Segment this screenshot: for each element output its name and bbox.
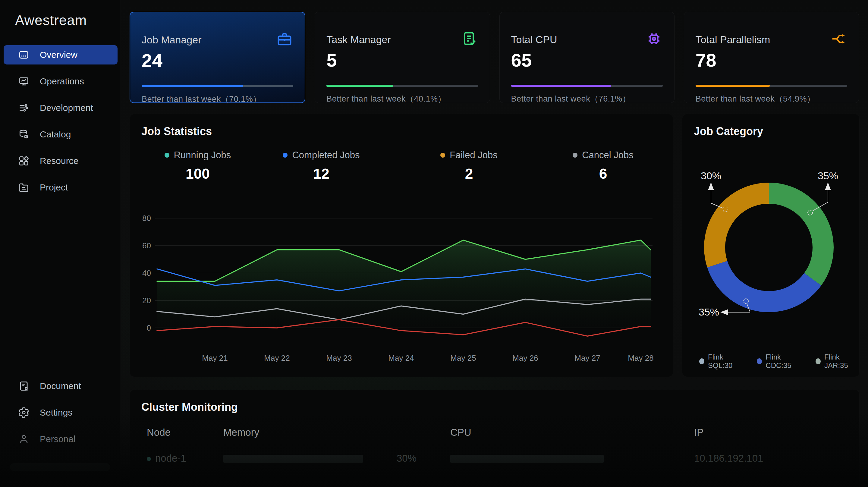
app-logo: Awestream	[15, 12, 87, 28]
card-progress-track	[511, 85, 663, 87]
card-progress-fill	[142, 85, 243, 87]
card-progress-fill	[327, 85, 393, 87]
flow-lines-icon	[18, 102, 30, 114]
sidebar-item-overview[interactable]: Overview	[4, 45, 118, 64]
sidebar-item-catalog[interactable]: Catalog	[4, 125, 118, 144]
sidebar-item-document[interactable]: Document	[4, 376, 118, 396]
task-check-icon	[461, 31, 478, 47]
card-subtitle: Better than last week（76.1%）	[511, 93, 631, 104]
column-header-cpu: CPU	[450, 427, 471, 438]
sidebar-item-project[interactable]: Project	[4, 178, 118, 197]
folder-list-icon	[18, 182, 30, 193]
column-header-ip: IP	[694, 427, 704, 438]
sidebar-item-label: Settings	[40, 407, 72, 418]
svg-text:May 24: May 24	[388, 354, 414, 363]
svg-text:40: 40	[142, 269, 151, 278]
svg-text:20: 20	[142, 296, 151, 305]
donut-legend-flink-sql[interactable]: Flink SQL:30	[699, 353, 744, 370]
gear-icon	[18, 407, 30, 418]
cpu-chip-icon	[646, 31, 662, 47]
donut-callout-35-bottom: 35%	[699, 306, 719, 317]
card-total-cpu[interactable]: Total CPU 65 Better than last week（76.1%…	[499, 12, 675, 103]
svg-text:May 23: May 23	[326, 354, 352, 363]
legend-dot	[757, 358, 762, 364]
svg-text:May 28: May 28	[628, 354, 653, 363]
sidebar-item-label: Resource	[40, 156, 79, 166]
job-category-panel: Job Category 30% 35% 35% Flink SQL:30	[682, 114, 860, 377]
svg-text:May 26: May 26	[513, 354, 538, 363]
card-title: Total Parallelism	[695, 34, 770, 45]
sidebar-item-label: Operations	[40, 76, 84, 87]
monitor-chart-icon	[18, 75, 30, 87]
donut-legend: Flink SQL:30 Flink CDC:35 Flink JAR:35	[699, 353, 859, 370]
svg-text:80: 80	[142, 214, 151, 223]
cluster-monitoring-panel: Cluster Monitoring Node Memory CPU IP no…	[130, 390, 860, 487]
donut-legend-flink-cdc[interactable]: Flink CDC:35	[757, 353, 802, 370]
sidebar-nav: Overview Operations Development Catalog …	[4, 45, 118, 204]
card-progress-track	[695, 85, 847, 87]
card-subtitle: Better than last week（70.1%）	[142, 94, 261, 104]
overview-icon	[18, 49, 30, 61]
svg-text:0: 0	[147, 323, 151, 332]
node-name: node-1	[155, 453, 186, 464]
sidebar-item-label: Personal	[40, 434, 75, 444]
svg-text:May 25: May 25	[450, 354, 476, 363]
svg-text:May 22: May 22	[264, 354, 290, 363]
job-category-donut-chart: 30% 35% 35%	[682, 114, 859, 377]
sidebar-item-label: Overview	[40, 50, 78, 60]
sidebar-item-operations[interactable]: Operations	[4, 72, 118, 91]
memory-usage-bar	[223, 455, 363, 463]
legend-label: Flink CDC:35	[766, 353, 802, 370]
job-statistics-panel: Job Statistics Running Jobs 100 Complete…	[130, 114, 673, 377]
card-progress-track	[327, 85, 478, 87]
card-title: Job Manager	[142, 34, 201, 46]
legend-dot	[699, 358, 704, 364]
legend-dot	[815, 358, 821, 364]
person-icon	[18, 433, 30, 445]
card-value: 24	[142, 50, 162, 71]
svg-text:60: 60	[142, 241, 151, 250]
sidebar-item-resource[interactable]: Resource	[4, 151, 118, 171]
sidebar-item-development[interactable]: Development	[4, 98, 118, 118]
legend-label: Flink SQL:30	[708, 353, 744, 370]
column-header-memory: Memory	[223, 427, 259, 438]
card-value: 5	[327, 50, 337, 71]
panel-title: Cluster Monitoring	[141, 401, 238, 414]
sidebar: Awestream Overview Operations Developmen…	[0, 0, 121, 487]
column-header-node: Node	[147, 427, 170, 438]
sidebar-item-personal[interactable]: Personal	[4, 429, 118, 449]
card-job-manager[interactable]: Job Manager 24 Better than last week（70.…	[130, 12, 305, 103]
card-subtitle: Better than last week（40.1%）	[327, 93, 446, 104]
card-title: Task Manager	[327, 34, 391, 45]
card-total-parallelism[interactable]: Total Parallelism 78 Better than last we…	[684, 12, 859, 103]
card-task-manager[interactable]: Task Manager 5 Better than last week（40.…	[315, 12, 490, 103]
sidebar-item-label: Project	[40, 182, 68, 192]
branch-arrows-icon	[830, 31, 846, 47]
card-value: 65	[511, 50, 532, 71]
donut-legend-flink-jar[interactable]: Flink JAR:35	[815, 353, 859, 370]
sidebar-footer-bar	[10, 463, 110, 471]
donut-callout-30: 30%	[701, 170, 721, 181]
card-subtitle: Better than last week（54.9%）	[695, 93, 815, 104]
memory-percent-label: 30%	[397, 453, 416, 464]
database-gear-icon	[18, 129, 30, 140]
stat-cards-row: Job Manager 24 Better than last week（70.…	[130, 12, 859, 103]
grid-diamond-icon	[18, 155, 30, 166]
card-progress-fill	[511, 85, 611, 87]
sidebar-item-settings[interactable]: Settings	[4, 403, 118, 422]
donut-callout-35-right: 35%	[818, 170, 838, 181]
document-bookmark-icon	[18, 380, 30, 392]
card-progress-fill	[695, 85, 770, 87]
sidebar-item-label: Document	[40, 381, 81, 391]
sidebar-footer-nav: Document Settings Personal	[4, 376, 118, 456]
node-ip: 10.186.192.101	[694, 453, 763, 464]
card-title: Total CPU	[511, 34, 557, 45]
card-progress-track	[142, 85, 293, 87]
svg-text:May 21: May 21	[202, 354, 227, 363]
sidebar-item-label: Catalog	[40, 129, 71, 140]
node-status-dot	[147, 457, 151, 461]
svg-text:May 27: May 27	[575, 354, 600, 363]
job-statistics-line-chart: 020406080May 21May 22May 23May 24May 25M…	[130, 114, 673, 377]
sidebar-item-label: Development	[40, 103, 93, 113]
cpu-usage-bar	[450, 455, 604, 463]
